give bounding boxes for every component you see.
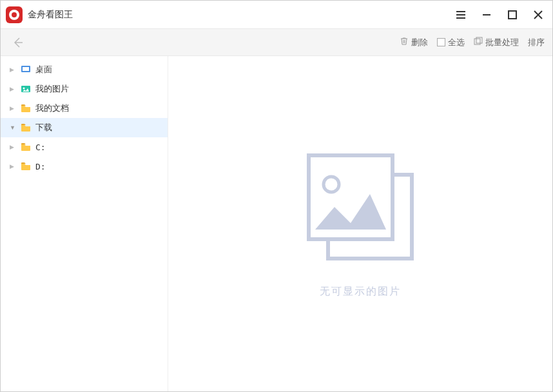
chevron-right-icon: ▶: [10, 105, 16, 112]
content: ▶ 桌面 ▶ 我的图片 ▶ 我的文档 ▼ 下载: [1, 56, 552, 391]
delete-button[interactable]: 删除: [400, 37, 428, 48]
maximize-button[interactable]: [503, 6, 521, 24]
empty-state-illustration: [296, 149, 425, 273]
sidebar-item-desktop[interactable]: ▶ 桌面: [1, 60, 168, 79]
folder-icon: [20, 161, 32, 172]
menu-button[interactable]: [452, 6, 470, 24]
svg-rect-1: [474, 39, 480, 44]
titlebar: 金舟看图王: [1, 1, 552, 29]
sidebar-item-documents[interactable]: ▶ 我的文档: [1, 99, 168, 118]
desktop-icon: [20, 64, 32, 75]
chevron-down-icon: ▼: [10, 124, 16, 131]
chevron-right-icon: ▶: [10, 66, 16, 73]
sidebar-item-label: D:: [35, 162, 46, 172]
delete-label: 删除: [411, 37, 428, 48]
svg-point-6: [23, 88, 25, 90]
checkbox-icon: [437, 38, 445, 46]
folder-icon: [20, 141, 32, 153]
empty-state-text: 无可显示的图片: [320, 285, 401, 299]
folder-open-icon: [20, 122, 32, 133]
sidebar-item-label: 我的文档: [35, 103, 69, 114]
svg-rect-0: [509, 11, 516, 19]
chevron-right-icon: ▶: [10, 144, 16, 150]
app-icon: [6, 6, 23, 23]
folder-icon: [20, 103, 32, 114]
sidebar-item-label: 下载: [35, 122, 52, 133]
sidebar-item-drive-c[interactable]: ▶ C:: [1, 137, 168, 157]
pictures-icon: [20, 83, 32, 95]
main-panel: 无可显示的图片: [168, 56, 552, 391]
select-all-label: 全选: [448, 37, 465, 48]
sidebar-item-downloads[interactable]: ▼ 下载: [1, 118, 168, 137]
sidebar: ▶ 桌面 ▶ 我的图片 ▶ 我的文档 ▼ 下载: [1, 56, 168, 391]
sidebar-item-drive-d[interactable]: ▶ D:: [1, 157, 168, 176]
minimize-button[interactable]: [478, 6, 496, 24]
sidebar-item-label: 桌面: [35, 64, 52, 75]
svg-rect-2: [476, 37, 482, 43]
select-all-button[interactable]: 全选: [437, 37, 465, 48]
batch-icon: [474, 37, 483, 48]
back-button[interactable]: [8, 34, 26, 52]
close-button[interactable]: [529, 6, 547, 24]
app-title: 金舟看图王: [28, 9, 73, 21]
chevron-right-icon: ▶: [10, 163, 16, 170]
batch-button[interactable]: 批量处理: [474, 37, 519, 48]
sort-label: 排序: [528, 37, 545, 48]
toolbar: 删除 全选 批量处理 排序: [1, 29, 552, 56]
sidebar-item-pictures[interactable]: ▶ 我的图片: [1, 79, 168, 99]
window-controls: [452, 6, 547, 24]
chevron-right-icon: ▶: [10, 86, 16, 92]
svg-rect-4: [23, 67, 29, 71]
batch-label: 批量处理: [485, 37, 519, 48]
trash-icon: [400, 37, 409, 48]
sidebar-item-label: C:: [35, 142, 46, 152]
sidebar-item-label: 我的图片: [35, 83, 69, 95]
sort-button[interactable]: 排序: [528, 37, 545, 48]
